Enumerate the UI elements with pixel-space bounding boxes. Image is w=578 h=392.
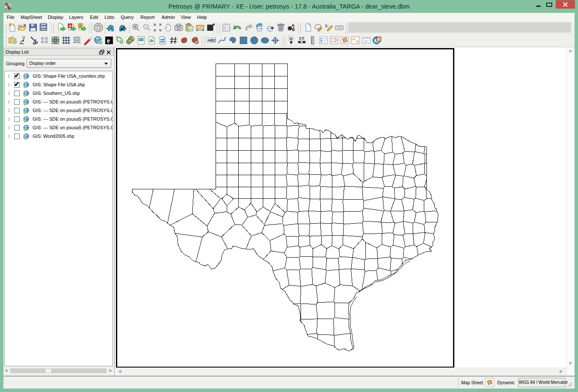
svg-text:1:: 1: [325, 24, 329, 28]
svg-text:B: B [302, 36, 304, 40]
svg-text:A: A [292, 23, 295, 27]
svg-text:ABC: ABC [208, 38, 216, 43]
svg-text:N: N [290, 36, 293, 41]
svg-text:AB..: AB.. [96, 27, 101, 29]
svg-text:A: A [69, 24, 71, 28]
svg-text:e: e [107, 37, 110, 44]
svg-text:P: P [79, 24, 82, 28]
